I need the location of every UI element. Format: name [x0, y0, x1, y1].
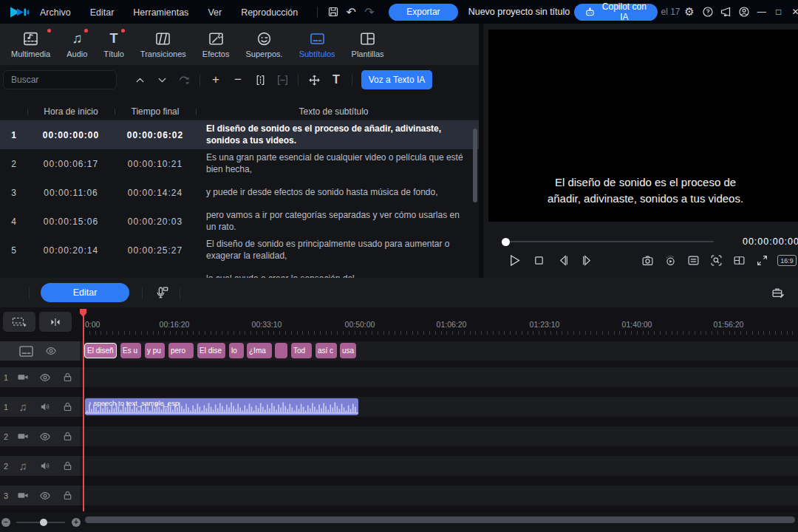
zoom-slider-thumb[interactable] [40, 519, 47, 526]
toolbox-edit-icon[interactable] [765, 282, 791, 303]
speech-to-text-icon[interactable] [149, 282, 174, 303]
fullscreen-icon[interactable] [752, 250, 771, 270]
zoom-out-button[interactable]: − [1, 518, 10, 527]
minus-icon[interactable]: − [227, 70, 249, 89]
voice-to-text-button[interactable]: Voz a Texto IA [361, 70, 432, 89]
subtitle-row[interactable]: 300:00:11:0600:00:14:24y puede ir desde … [0, 178, 479, 207]
chevron-down-icon[interactable] [151, 70, 173, 89]
subtitle-clip[interactable]: usa [340, 343, 356, 358]
menu-herramientas[interactable]: Herramientas [133, 7, 188, 18]
merge-icon[interactable] [271, 70, 293, 89]
close-button[interactable]: ✕ [787, 1, 798, 23]
undo-icon[interactable]: ↶ [342, 1, 361, 22]
maximize-button[interactable]: □ [770, 1, 787, 23]
track-mute-icon[interactable] [34, 401, 56, 412]
audio-clip[interactable]: ♪ speech to text_sample_esp [85, 398, 358, 415]
subtitle-clip[interactable]: Es u [120, 343, 141, 358]
help-icon[interactable] [698, 1, 717, 22]
track-lock-icon[interactable] [56, 372, 78, 383]
replace-icon[interactable] [173, 70, 195, 89]
play-button[interactable] [505, 250, 524, 270]
track-mute-icon[interactable] [34, 460, 56, 471]
subtitle-clip[interactable]: El diseñ [84, 343, 117, 358]
track-visibility-icon[interactable] [34, 372, 56, 383]
search-input[interactable] [3, 70, 117, 89]
preview-panel: El diseño de sonido es el proceso de aña… [479, 24, 798, 278]
menu-ver[interactable]: Ver [208, 7, 222, 18]
next-frame-button[interactable] [577, 250, 596, 270]
track-visibility-icon[interactable] [40, 345, 62, 357]
subtitle-table-header: Hora de inicio Tiempo final Texto de sub… [0, 103, 479, 120]
redo-icon[interactable]: ↷ [361, 1, 379, 22]
subtitle-row[interactable]: lo cual ayuda a crear la sensación del [0, 265, 479, 278]
settings-gear-icon[interactable]: ⚙ [681, 1, 699, 22]
track-content[interactable] [0, 456, 798, 476]
track-lock-icon[interactable] [56, 460, 78, 471]
copilot-button[interactable]: Copilot con IA [574, 4, 658, 21]
subtitle-row[interactable]: 200:00:06:1700:00:10:21Es una gran parte… [0, 149, 479, 178]
subtitle-clip[interactable] [275, 343, 287, 358]
subtitle-clip[interactable]: pero [168, 343, 194, 358]
table-scrollbar-thumb[interactable] [473, 129, 477, 202]
track-visibility-icon[interactable] [34, 431, 56, 443]
zoom-preview-icon[interactable] [706, 250, 726, 270]
snapshot-camera-icon[interactable] [638, 250, 657, 270]
track-content[interactable] [0, 367, 798, 387]
table-scrollbar[interactable] [473, 129, 477, 276]
tab-subtitles[interactable]: Subtítulos [291, 24, 344, 65]
track-lock-icon[interactable] [56, 401, 78, 412]
menu-editar[interactable]: Editar [90, 7, 115, 18]
marker-list-icon[interactable] [683, 250, 703, 270]
menu-archivo[interactable]: Archivo [40, 7, 71, 18]
subtitle-row[interactable]: 500:00:20:1400:00:25:27El diseño de soni… [0, 236, 479, 265]
video-viewport[interactable]: El diseño de sonido es el proceso de aña… [488, 30, 798, 222]
subtitle-clip[interactable]: así c [316, 343, 337, 358]
zoom-in-button[interactable]: + [72, 518, 81, 527]
snap-to-playhead-button[interactable] [39, 312, 72, 332]
tab-audio[interactable]: ♫Audio [58, 24, 95, 65]
track-lock-icon[interactable] [56, 490, 78, 501]
plus-icon[interactable]: + [205, 70, 227, 89]
track-lock-icon[interactable] [56, 431, 78, 442]
audio-clip-label: speech to text_sample_esp [94, 399, 180, 407]
render-preview-icon[interactable] [661, 250, 680, 270]
subtitle-row[interactable]: 400:00:15:0600:00:20:03pero vamos a ir p… [0, 207, 479, 236]
scrubber-track[interactable] [505, 241, 714, 242]
track-content[interactable] [0, 426, 798, 446]
timeline-horizontal-scrollbar[interactable] [85, 516, 795, 523]
tab-media[interactable]: Multimedia [3, 24, 58, 65]
move-icon[interactable] [303, 70, 325, 89]
scrubber-handle[interactable] [502, 238, 510, 246]
aspect-ratio-button[interactable]: 16:9 [777, 255, 797, 266]
megaphone-icon[interactable] [717, 1, 735, 22]
split-icon[interactable] [249, 70, 271, 89]
tab-effects[interactable]: Efectos [194, 24, 238, 65]
minimize-button[interactable]: — [753, 1, 770, 23]
previous-frame-button[interactable] [553, 250, 573, 270]
track-content[interactable] [0, 485, 798, 505]
add-subtitle-track-button[interactable] [3, 312, 35, 332]
subtitle-clip[interactable]: y pu [145, 343, 165, 358]
subtitle-clip[interactable]: El dise [197, 343, 225, 358]
subtitle-clip[interactable]: ¿Ima [247, 343, 272, 358]
track-content[interactable] [0, 341, 798, 361]
ruler-tick [389, 331, 389, 335]
edit-subtitle-button[interactable]: Editar [41, 283, 129, 302]
save-icon[interactable] [324, 1, 342, 22]
track-visibility-icon[interactable] [34, 490, 56, 502]
tab-overlay[interactable]: Superpos. [237, 24, 290, 65]
tab-title[interactable]: TTítulo [95, 24, 132, 65]
tab-templates[interactable]: Plantillas [344, 24, 392, 65]
tab-transition[interactable]: Transiciones [132, 24, 194, 65]
account-icon[interactable] [735, 1, 754, 22]
split-screen-icon[interactable] [729, 250, 748, 270]
subtitle-clip[interactable]: lo [229, 343, 244, 358]
subtitle-row[interactable]: 100:00:00:0000:00:06:02El diseño de soni… [0, 120, 479, 149]
text-tool-icon[interactable]: T [325, 70, 347, 89]
subtitle-clip[interactable]: Tod [291, 343, 312, 358]
chevron-up-icon[interactable] [129, 70, 151, 89]
menu-reproduccion[interactable]: Reproducción [241, 7, 298, 18]
export-button[interactable]: Exportar [389, 4, 457, 21]
playhead-handle[interactable] [80, 309, 86, 317]
stop-button[interactable] [529, 250, 548, 270]
